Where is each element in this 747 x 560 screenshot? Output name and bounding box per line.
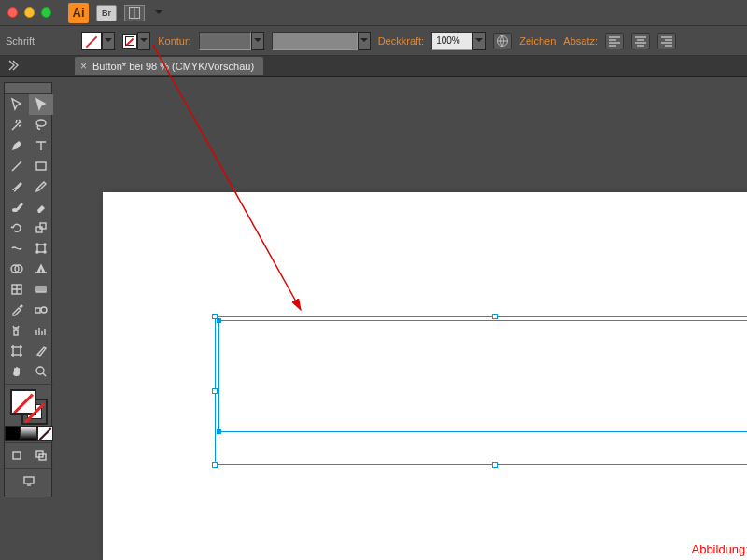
- chevron-down-icon[interactable]: [137, 32, 150, 50]
- selection-handle[interactable]: [492, 462, 498, 468]
- minimize-window-button[interactable]: [24, 7, 35, 18]
- type-tool[interactable]: [29, 135, 53, 156]
- window-controls: [7, 7, 51, 18]
- selection-handle[interactable]: [492, 314, 498, 319]
- column-graph-tool[interactable]: [29, 320, 53, 341]
- artboard[interactable]: Abbildung: 05: [103, 192, 747, 560]
- anchor-point[interactable]: [217, 318, 221, 323]
- workspace-layout-button[interactable]: [124, 5, 145, 21]
- canvas-area[interactable]: Abbildung: 05: [70, 77, 747, 560]
- chevron-down-icon[interactable]: [358, 32, 371, 50]
- document-tab-title: Button* bei 98 % (CMYK/Vorschau): [92, 61, 254, 72]
- selection-tool[interactable]: [5, 94, 29, 115]
- align-right-button[interactable]: [657, 33, 676, 49]
- svg-rect-19: [40, 223, 46, 229]
- stroke-swatch[interactable]: [122, 32, 150, 50]
- direct-selection-tool[interactable]: [29, 94, 53, 115]
- document-tab-bar: × Button* bei 98 % (CMYK/Vorschau): [0, 56, 747, 77]
- rectangle-tool[interactable]: [29, 156, 53, 176]
- screen-mode-icon[interactable]: [5, 470, 53, 491]
- svg-rect-18: [36, 227, 42, 232]
- zoom-tool[interactable]: [29, 361, 53, 382]
- tool-label: Schrift: [6, 35, 35, 47]
- magic-wand-tool[interactable]: [5, 115, 29, 135]
- fill-stroke-indicator[interactable]: [5, 386, 53, 426]
- close-tab-icon[interactable]: ×: [80, 60, 87, 73]
- character-link[interactable]: Zeichen: [519, 35, 556, 47]
- draw-behind-icon[interactable]: [29, 445, 53, 466]
- svg-point-30: [41, 307, 47, 313]
- blend-tool[interactable]: [29, 300, 53, 320]
- document-tab[interactable]: × Button* bei 98 % (CMYK/Vorschau): [75, 57, 263, 75]
- selection-handle[interactable]: [212, 388, 218, 394]
- hand-tool[interactable]: [5, 361, 29, 382]
- draw-normal-icon[interactable]: [5, 445, 29, 466]
- opacity-field[interactable]: 100%: [431, 32, 472, 50]
- workspace-dropdown-icon[interactable]: [152, 4, 165, 22]
- bridge-badge[interactable]: Br: [96, 5, 117, 21]
- svg-rect-31: [14, 330, 18, 335]
- blob-brush-tool[interactable]: [5, 197, 29, 217]
- chevron-down-icon[interactable]: [472, 32, 486, 50]
- rotate-tool[interactable]: [5, 217, 29, 238]
- color-mode-row[interactable]: [5, 426, 53, 441]
- pen-tool[interactable]: [5, 135, 29, 156]
- opacity-label: Deckkraft:: [378, 35, 425, 47]
- line-tool[interactable]: [5, 156, 29, 176]
- mesh-tool[interactable]: [5, 279, 29, 300]
- recolor-icon[interactable]: [493, 33, 512, 49]
- align-left-button[interactable]: [605, 33, 624, 49]
- align-center-button[interactable]: [631, 33, 650, 49]
- stroke-label: Kontur:: [158, 35, 190, 47]
- svg-rect-34: [13, 452, 21, 459]
- selected-path[interactable]: [218, 320, 747, 432]
- pencil-tool[interactable]: [29, 176, 53, 197]
- anchor-point[interactable]: [217, 429, 221, 434]
- artboard-tool[interactable]: [5, 341, 29, 361]
- tools-panel: [4, 82, 52, 497]
- chevron-down-icon[interactable]: [102, 32, 115, 50]
- paragraph-link[interactable]: Absatz:: [563, 35, 598, 47]
- width-tool[interactable]: [5, 238, 29, 259]
- svg-point-33: [36, 367, 44, 374]
- scale-tool[interactable]: [29, 217, 53, 238]
- symbol-sprayer-tool[interactable]: [5, 320, 29, 341]
- gradient-tool[interactable]: [29, 279, 53, 300]
- svg-rect-32: [13, 347, 21, 355]
- eyedropper-tool[interactable]: [5, 300, 29, 320]
- lasso-tool[interactable]: [29, 115, 53, 135]
- paintbrush-tool[interactable]: [5, 176, 29, 197]
- chevron-down-icon[interactable]: [251, 32, 264, 50]
- free-transform-tool[interactable]: [29, 238, 53, 259]
- options-bar: Schrift Kontur: Deckkraft: 100% Zeichen …: [0, 26, 747, 56]
- tab-overflow-icon[interactable]: [6, 59, 19, 72]
- eraser-tool[interactable]: [29, 197, 53, 217]
- app-icon: Ai: [68, 3, 89, 23]
- tools-panel-grip[interactable]: [5, 83, 51, 94]
- svg-rect-29: [35, 308, 40, 313]
- slice-tool[interactable]: [29, 341, 53, 361]
- titlebar: Ai Br: [0, 0, 747, 26]
- stroke-weight-field[interactable]: [199, 32, 251, 50]
- close-window-button[interactable]: [7, 7, 18, 18]
- svg-rect-16: [36, 162, 46, 170]
- selection-handle[interactable]: [212, 462, 218, 468]
- svg-rect-37: [24, 477, 34, 483]
- perspective-grid-tool[interactable]: [29, 259, 53, 279]
- zoom-window-button[interactable]: [41, 7, 51, 18]
- shape-builder-tool[interactable]: [5, 259, 29, 279]
- fill-swatch[interactable]: [81, 32, 115, 50]
- figure-label: Abbildung: 05: [691, 542, 747, 556]
- brush-field[interactable]: [272, 32, 358, 50]
